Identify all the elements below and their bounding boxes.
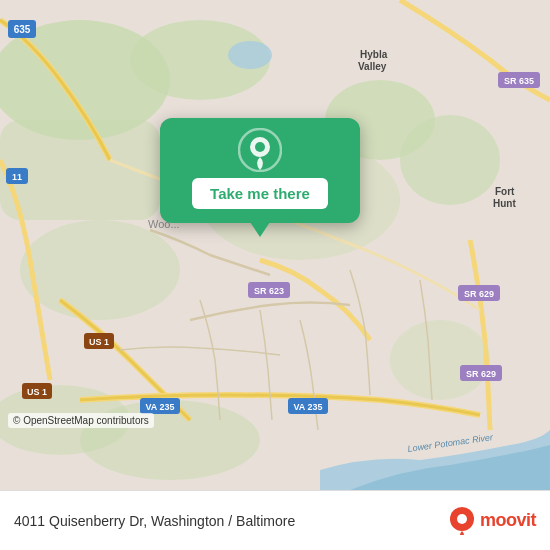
svg-text:US 1: US 1 [89, 337, 109, 347]
bottom-bar: 4011 Quisenberry Dr, Washington / Baltim… [0, 490, 550, 550]
svg-text:635: 635 [14, 24, 31, 35]
svg-text:US 1: US 1 [27, 387, 47, 397]
moovit-brand-text: moovit [480, 510, 536, 531]
svg-text:Hybla: Hybla [360, 49, 388, 60]
svg-text:VA 235: VA 235 [293, 402, 322, 412]
svg-text:Fort: Fort [495, 186, 515, 197]
address-text: 4011 Quisenberry Dr, Washington / Baltim… [14, 513, 295, 529]
location-pin-icon [238, 128, 282, 172]
svg-text:SR 623: SR 623 [254, 286, 284, 296]
svg-point-10 [390, 320, 490, 400]
svg-point-40 [255, 142, 265, 152]
svg-point-11 [228, 41, 272, 69]
popup-card: Take me there [160, 118, 360, 223]
svg-text:VA 235: VA 235 [145, 402, 174, 412]
svg-text:SR 629: SR 629 [464, 289, 494, 299]
svg-text:11: 11 [12, 172, 22, 182]
take-me-there-button[interactable]: Take me there [192, 178, 328, 209]
svg-text:SR 629: SR 629 [466, 369, 496, 379]
svg-text:SR 635: SR 635 [504, 76, 534, 86]
svg-text:Valley: Valley [358, 61, 387, 72]
map-container: Woo... Hybla Valley Fort Hunt 635 11 SR … [0, 0, 550, 490]
moovit-logo: moovit [448, 507, 536, 535]
moovit-brand-icon [448, 507, 476, 535]
svg-point-4 [400, 115, 500, 205]
svg-point-7 [20, 220, 180, 320]
osm-attribution: © OpenStreetMap contributors [8, 413, 154, 428]
svg-point-42 [457, 514, 467, 524]
svg-text:Hunt: Hunt [493, 198, 516, 209]
